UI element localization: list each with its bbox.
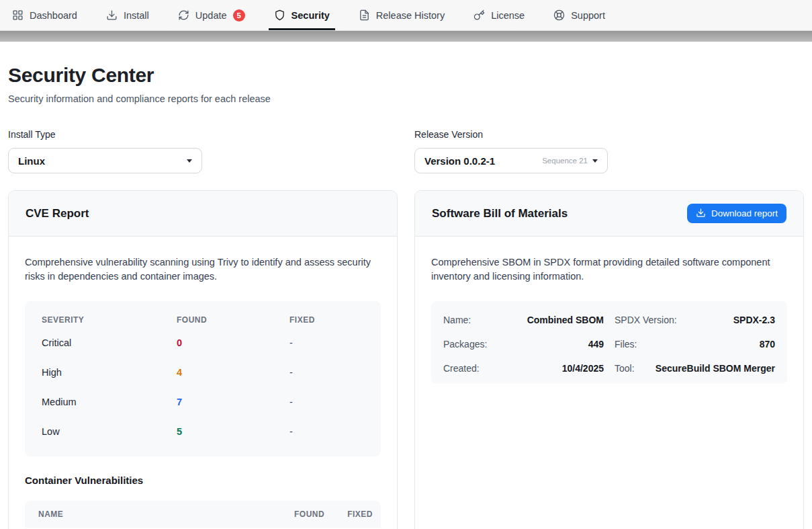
top-nav: Dashboard Install Update 5 Security Rele… <box>0 0 812 31</box>
release-version-label: Release Version <box>414 129 804 140</box>
tab-update[interactable]: Update 5 <box>178 0 245 30</box>
sbom-detail-value: 449 <box>588 339 604 350</box>
severity-table: SEVERITY FOUND FIXED Critical 0 - High 4… <box>25 301 381 456</box>
sbom-detail-label: Files: <box>615 339 637 350</box>
tab-release-history[interactable]: Release History <box>359 0 445 30</box>
chevron-down-icon <box>187 159 192 163</box>
document-icon <box>359 9 370 21</box>
fixed-value: - <box>289 397 364 407</box>
sbom-detail-value: SecureBuild SBOM Merger <box>656 363 775 374</box>
download-icon <box>696 208 706 220</box>
release-version-filter: Release Version Version 0.0.2-1 Sequence… <box>414 129 804 173</box>
found-value: 5 <box>177 426 289 437</box>
tab-security[interactable]: Security <box>274 0 330 30</box>
tab-label: Security <box>291 10 330 21</box>
tab-label: Support <box>571 10 605 21</box>
table-row: Low 5 - <box>25 417 381 446</box>
tab-label: Update <box>195 10 227 21</box>
table-row: Medium 7 - <box>25 387 381 417</box>
list-item: SPDX Version: SPDX-2.3 <box>615 308 775 332</box>
download-report-label: Download report <box>711 208 778 218</box>
tab-label: Install <box>124 10 149 21</box>
install-type-label: Install Type <box>8 129 398 140</box>
install-type-filter: Install Type Linux <box>8 129 398 173</box>
sbom-detail-value: Combined SBOM <box>527 315 604 325</box>
fixed-value: - <box>289 367 364 378</box>
tab-license[interactable]: License <box>473 0 525 30</box>
cve-report-description: Comprehensive vulnerability scanning usi… <box>25 255 381 284</box>
tab-dashboard[interactable]: Dashboard <box>12 0 77 30</box>
update-count-badge: 5 <box>233 9 245 22</box>
fixed-value: - <box>289 337 364 348</box>
release-sequence: Sequence 21 <box>542 157 588 165</box>
install-type-value: Linux <box>18 155 187 167</box>
list-item: Created: 10/4/2025 <box>443 356 604 380</box>
shield-icon <box>274 9 285 21</box>
header-divider-band <box>0 31 812 42</box>
found-col-header: FOUND <box>294 510 324 519</box>
severity-label: Low <box>42 426 177 437</box>
release-version-value: Version 0.0.2-1 <box>424 155 542 167</box>
sbom-detail-value: 870 <box>760 339 775 350</box>
fixed-col-header: FIXED <box>289 315 364 325</box>
sbom-detail-label: Name: <box>443 315 471 325</box>
found-value: 7 <box>177 397 289 407</box>
release-version-select[interactable]: Version 0.0.2-1 Sequence 21 <box>414 148 608 173</box>
list-item: Files: 870 <box>615 332 775 356</box>
sbom-detail-label: SPDX Version: <box>615 315 677 325</box>
page-title: Security Center <box>8 64 804 87</box>
found-value: 4 <box>177 367 289 378</box>
chevron-down-icon <box>592 159 598 163</box>
list-item: Tool: SecureBuild SBOM Merger <box>615 356 775 380</box>
tab-install[interactable]: Install <box>106 0 149 30</box>
found-value: 0 <box>177 337 289 348</box>
lifebuoy-icon <box>553 9 565 21</box>
sbom-card: Software Bill of Materials Download repo… <box>414 190 804 529</box>
name-col-header: NAME <box>38 510 294 519</box>
tab-label: Release History <box>376 10 445 21</box>
container-vulnerabilities-title: Container Vulnerabilities <box>25 475 381 486</box>
tab-label: License <box>491 10 525 21</box>
tab-label: Dashboard <box>30 10 77 21</box>
fixed-value: - <box>289 426 364 437</box>
list-item: Name: Combined SBOM <box>443 308 604 332</box>
cve-report-card: CVE Report Comprehensive vulnerability s… <box>8 190 398 529</box>
sbom-title: Software Bill of Materials <box>432 207 568 220</box>
cve-report-title: CVE Report <box>26 207 89 220</box>
severity-label: High <box>42 367 177 378</box>
refresh-icon <box>178 9 189 21</box>
fixed-col-header: FIXED <box>347 510 373 519</box>
sbom-detail-label: Tool: <box>615 363 635 374</box>
sbom-detail-label: Packages: <box>443 339 487 350</box>
severity-col-header: SEVERITY <box>42 315 177 325</box>
download-report-button[interactable]: Download report <box>687 204 786 223</box>
severity-label: Critical <box>42 337 177 348</box>
sbom-description: Comprehensive SBOM in SPDX format provid… <box>431 255 787 284</box>
found-col-header: FOUND <box>177 315 289 325</box>
key-icon <box>473 9 485 21</box>
table-row: High 4 - <box>25 358 381 387</box>
sbom-details: Name: Combined SBOM SPDX Version: SPDX-2… <box>431 301 787 384</box>
install-type-select[interactable]: Linux <box>8 148 202 173</box>
dashboard-icon <box>12 9 24 21</box>
sbom-detail-label: Created: <box>443 363 480 374</box>
sbom-detail-value: SPDX-2.3 <box>733 315 775 325</box>
table-row: Critical 0 - <box>25 328 381 358</box>
container-table-header: NAME FOUND FIXED <box>25 501 381 528</box>
severity-label: Medium <box>42 397 177 407</box>
sbom-detail-value: 10/4/2025 <box>562 363 604 374</box>
tab-support[interactable]: Support <box>553 0 605 30</box>
page-subtitle: Security information and compliance repo… <box>8 93 804 104</box>
list-item: Packages: 449 <box>443 332 604 356</box>
download-icon <box>106 9 118 21</box>
